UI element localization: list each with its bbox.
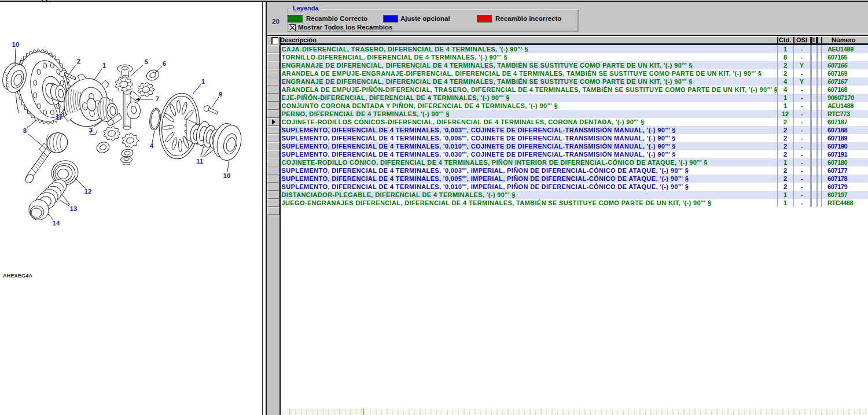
svg-text:6: 6 bbox=[163, 60, 166, 67]
svg-text:12: 12 bbox=[84, 188, 92, 195]
svg-text:11: 11 bbox=[196, 158, 204, 165]
svg-text:8: 8 bbox=[23, 127, 27, 134]
svg-text:11: 11 bbox=[56, 113, 63, 120]
svg-text:1: 1 bbox=[201, 78, 205, 85]
svg-text:3: 3 bbox=[89, 127, 93, 134]
svg-text:13: 13 bbox=[70, 205, 78, 212]
svg-text:5: 5 bbox=[145, 58, 149, 65]
svg-text:14: 14 bbox=[53, 220, 60, 227]
svg-text:10: 10 bbox=[12, 41, 20, 48]
svg-text:4: 4 bbox=[150, 142, 154, 149]
svg-text:9: 9 bbox=[219, 91, 222, 98]
svg-text:2: 2 bbox=[77, 58, 80, 65]
svg-text:1: 1 bbox=[102, 62, 106, 69]
svg-text:7: 7 bbox=[156, 95, 159, 102]
svg-text:10: 10 bbox=[223, 172, 231, 179]
